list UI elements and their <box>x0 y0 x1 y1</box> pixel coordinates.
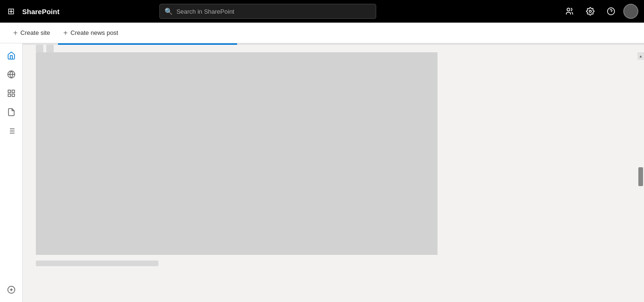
tab-hint-row <box>23 45 644 52</box>
search-bar[interactable]: 🔍 <box>159 4 376 19</box>
main-content-skeleton <box>36 52 438 255</box>
top-nav-bar: ⊞ SharePoint 🔍 <box>0 0 644 23</box>
brand-name: SharePoint <box>22 8 59 16</box>
scroll-track <box>637 60 644 255</box>
nav-right-icons <box>561 3 638 20</box>
tab-icon-hint-2 <box>46 45 54 52</box>
bottom-skeleton-bar <box>36 261 158 266</box>
sidebar-item-document[interactable] <box>3 104 20 121</box>
create-news-post-button[interactable]: + Create news post <box>58 26 124 40</box>
svg-rect-8 <box>8 94 10 97</box>
progress-bar-area <box>23 43 644 45</box>
content-area: ▲ <box>23 43 644 302</box>
sidebar-item-add[interactable] <box>3 281 20 298</box>
left-sidebar <box>0 43 23 302</box>
svg-rect-9 <box>12 94 14 97</box>
create-news-post-label: Create news post <box>71 29 118 36</box>
waffle-icon[interactable]: ⊞ <box>6 4 17 18</box>
scrollbar[interactable]: ▲ <box>637 52 644 255</box>
right-empty-panel <box>438 52 644 255</box>
svg-rect-6 <box>8 90 10 92</box>
plus-icon-create-site: + <box>13 29 17 37</box>
bottom-skeleton-area <box>23 255 644 302</box>
search-input[interactable] <box>176 8 371 15</box>
people-icon-button[interactable] <box>561 3 578 20</box>
plus-icon-create-news: + <box>63 29 67 37</box>
create-site-label: Create site <box>20 29 50 36</box>
help-icon-button[interactable] <box>603 3 619 20</box>
sidebar-item-grid[interactable] <box>3 85 20 102</box>
search-icon: 🔍 <box>165 8 173 15</box>
progress-bar-fill <box>58 43 237 45</box>
scroll-up-button[interactable]: ▲ <box>637 52 644 60</box>
svg-point-0 <box>567 8 570 11</box>
svg-rect-7 <box>12 90 14 92</box>
sidebar-item-globe[interactable] <box>3 66 20 83</box>
scroll-thumb[interactable] <box>638 167 643 186</box>
skeleton-area: ▲ <box>23 52 644 255</box>
sidebar-item-home[interactable] <box>3 47 20 64</box>
user-avatar[interactable] <box>623 4 638 19</box>
sub-bar: + Create site + Create news post <box>0 23 644 43</box>
sidebar-item-list[interactable] <box>3 122 20 139</box>
settings-icon-button[interactable] <box>582 3 599 20</box>
main-layout: ▲ <box>0 43 644 302</box>
create-site-button[interactable]: + Create site <box>8 26 56 40</box>
svg-point-1 <box>589 10 592 13</box>
tab-icon-hint-1 <box>36 45 43 52</box>
